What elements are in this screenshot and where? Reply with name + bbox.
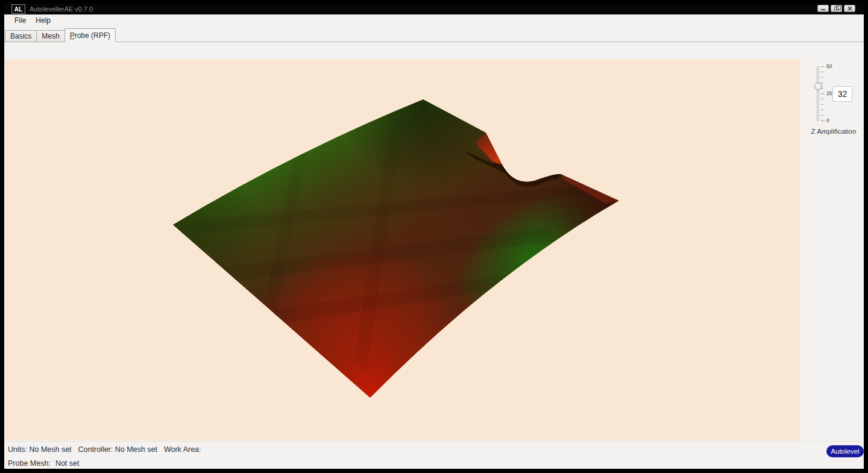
tab-mesh-label: Mesh xyxy=(42,32,59,40)
slider-tick xyxy=(821,99,823,99)
close-button[interactable] xyxy=(844,5,855,12)
tab-basics-label: Basics xyxy=(10,32,31,40)
slider-tick xyxy=(821,88,823,89)
tab-probe-mnemonic: P xyxy=(70,31,75,40)
slider-tick xyxy=(821,110,823,110)
tab-mesh[interactable]: Mesh xyxy=(36,30,64,42)
main-content: 50 25 0 Z Amplification xyxy=(4,42,864,441)
mesh-surface-graphic xyxy=(5,59,800,440)
close-icon xyxy=(848,6,852,11)
statusbar: Units: No Mesh set Controller: No Mesh s… xyxy=(4,441,864,469)
z-amplification-slider-track[interactable] xyxy=(817,66,819,122)
z-amplification-input[interactable] xyxy=(832,86,852,102)
window-title: AutolevellerAE v0.7.0 xyxy=(30,4,93,14)
probe-mesh-3d-view[interactable] xyxy=(5,59,800,440)
z-amplification-slider-thumb[interactable] xyxy=(814,83,822,90)
menu-file[interactable]: File xyxy=(10,14,31,27)
slider-tick xyxy=(821,115,823,116)
slider-tick xyxy=(821,72,823,72)
z-amplification-label: Z Amplification xyxy=(804,128,864,135)
restore-icon xyxy=(834,7,838,10)
menu-help[interactable]: Help xyxy=(31,14,55,27)
minimize-icon xyxy=(821,9,825,10)
app-logo-icon: AL xyxy=(11,4,25,14)
slider-tick xyxy=(821,66,825,67)
menubar: File Help xyxy=(4,14,864,27)
status-probe-mesh-label: Probe Mesh: xyxy=(8,459,51,468)
status-controller: Controller: No Mesh set xyxy=(78,445,157,454)
titlebar[interactable]: AL AutolevellerAE v0.7.0 xyxy=(4,4,864,14)
restore-button[interactable] xyxy=(831,5,842,12)
slider-tick xyxy=(821,77,823,78)
slider-tick-label-50: 50 xyxy=(826,64,832,69)
status-units: Units: No Mesh set xyxy=(8,445,72,454)
app-window: AL AutolevellerAE v0.7.0 File Help Basic… xyxy=(4,4,864,469)
slider-tick-label-0: 0 xyxy=(826,118,829,124)
tab-probe-label: robe (RPF) xyxy=(75,31,110,40)
slider-tick xyxy=(821,93,825,94)
tabstrip: Basics Mesh Probe (RPF) xyxy=(4,27,864,42)
slider-tick xyxy=(821,104,823,105)
slider-tick xyxy=(821,83,823,83)
autolevel-button[interactable]: Autolevel xyxy=(826,445,864,457)
tab-basics[interactable]: Basics xyxy=(5,30,37,42)
slider-tick xyxy=(821,121,825,121)
tab-probe-rpf[interactable]: Probe (RPF) xyxy=(64,28,116,42)
minimize-button[interactable] xyxy=(817,5,829,12)
slider-tick-label-25: 25 xyxy=(826,91,832,96)
status-work-area: Work Area: xyxy=(164,445,201,454)
window-controls xyxy=(817,5,855,12)
status-probe-mesh-value: Not set xyxy=(55,459,80,468)
